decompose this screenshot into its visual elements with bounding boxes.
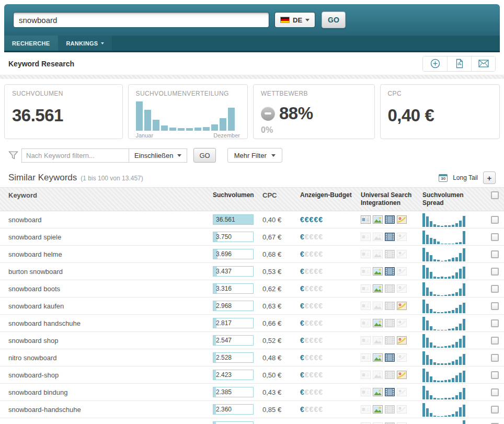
tab-rankings-label: RANKINGS [66,40,98,47]
suchvolumen-input[interactable]: 2.385 [213,387,254,397]
keyword-cell[interactable]: burton snowboard [8,268,213,276]
news-icon [361,336,371,345]
row-checkbox[interactable] [491,216,499,224]
tab-recherche[interactable]: RECHERCHE [4,36,58,51]
row-checkbox[interactable] [491,388,499,396]
images-icon [373,353,383,362]
row-checkbox[interactable] [491,268,499,276]
keyword-cell[interactable]: snowboard handschuhe [8,319,213,327]
column-header-budget[interactable]: Anzeigen-Budget [300,191,361,199]
keyword-cell[interactable]: snowboard [8,216,213,224]
spread-chart [422,334,481,348]
suchvolumen-input[interactable]: 2.968 [213,301,254,311]
row-checkbox[interactable] [491,354,499,362]
cpc-cell: 0,85 € [262,406,300,414]
column-header-spread[interactable]: Suchvolumen Spread [422,191,481,207]
minus-badge-icon [261,107,275,121]
spread-chart [422,351,481,365]
images-icon [373,250,383,258]
pdf-export-button[interactable] [447,56,471,71]
cpc-cell: 0,50 € [262,371,300,379]
suchvolumen-input[interactable]: 2.547 [213,335,254,346]
row-checkbox[interactable] [491,233,499,241]
row-checkbox[interactable] [491,337,499,345]
suchvolumen-input[interactable]: 3.750 [213,232,254,242]
maps-icon [397,284,407,293]
maps-icon [397,267,407,276]
images-icon [373,284,383,293]
keyword-cell[interactable]: snowboard boots [8,285,213,293]
suchvolumen-input[interactable]: 3.316 [213,283,254,294]
wettbewerb-sub-value: 0% [261,125,367,135]
row-checkbox[interactable] [491,250,499,258]
spread-chart [422,368,481,382]
row-checkbox[interactable] [491,285,499,293]
select-all-checkbox[interactable] [491,191,499,199]
suchvolumen-input[interactable]: 3.696 [213,249,254,259]
column-header-suchvolumen[interactable]: Suchvolumen [213,191,262,199]
tab-rankings[interactable]: RANKINGS [58,36,112,51]
email-export-button[interactable] [471,56,495,71]
keyword-cell[interactable]: snowboard helme [8,250,213,258]
suchvolumen-input[interactable]: 2.423 [213,370,254,380]
keyword-cell[interactable]: snowboard kaufen [8,302,213,310]
universal-search-cell [361,371,422,379]
video-icon [385,302,395,310]
german-flag-icon [280,17,290,23]
filter-go-button[interactable]: GO [193,148,215,163]
keyword-cell[interactable]: snowboard-shop [8,371,213,379]
keyword-cell[interactable]: nitro snowboard [8,354,213,362]
maps-icon [397,215,407,224]
column-header-keyword[interactable]: Keyword [8,191,213,199]
universal-search-cell [361,233,422,241]
maps-icon [397,336,407,345]
cpc-cell: 0,48 € [262,354,300,362]
keyword-table-body: snowboard 36.561 0,40 € €€€€€ snowboard … [0,211,504,424]
keyword-cell[interactable]: snowboard shop [8,337,213,345]
spread-chart [422,247,481,261]
suchvolumen-input[interactable]: 36.561 [213,214,254,225]
keyword-cell[interactable]: snowboard spiele [8,233,213,241]
images-icon [373,267,383,276]
filter-mode-select[interactable]: Einschließen [129,148,187,163]
news-icon [361,319,371,327]
language-selector[interactable]: DE [274,12,315,28]
mail-icon [478,60,489,67]
add-button[interactable] [423,56,447,71]
row-checkbox[interactable] [491,406,499,414]
cpc-cell: 0,40 € [262,216,300,224]
universal-search-cell [361,302,422,310]
row-checkbox[interactable] [491,319,499,327]
plus-circle-icon [430,59,440,68]
video-icon [385,388,395,396]
pdf-icon [455,59,464,68]
images-icon [373,302,383,310]
filter-row: Einschließen GO Mehr Filter [8,148,496,163]
wettbewerb-value: 88% [279,104,313,123]
search-row: DE GO [4,4,500,36]
row-checkbox[interactable] [491,371,499,379]
news-icon [361,405,371,414]
row-checkbox[interactable] [491,302,499,310]
suchvolumen-input[interactable]: 2.817 [213,318,254,328]
filter-mode-label: Einschließen [134,152,173,159]
suchvolumen-input[interactable]: 2.528 [213,352,254,363]
budget-cell: €€€€€ [300,232,361,242]
search-go-button[interactable]: GO [322,12,346,28]
images-icon [373,215,383,224]
more-filter-button[interactable]: Mehr Filter [227,148,282,163]
long-tail-toggle[interactable]: Long Tail [453,174,478,181]
column-header-universal[interactable]: Universal Search Integrationen [361,191,422,207]
keyword-cell[interactable]: snowboard-handschuhe [8,406,213,414]
keyword-cell[interactable]: snowboard bindung [8,388,213,396]
column-header-cpc[interactable]: CPC [262,191,300,199]
video-icon [385,284,395,293]
main-nav: RECHERCHE RANKINGS [4,36,500,51]
distribution-chart [136,100,240,131]
suchvolumen-input[interactable]: 3.437 [213,266,254,277]
keyword-filter-input[interactable] [21,148,129,163]
keyword-search-input[interactable] [13,12,269,28]
add-column-button[interactable]: + [483,171,496,184]
suchvolumen-input[interactable]: 2.360 [213,404,254,415]
suchvolumen-input[interactable] [213,421,254,424]
